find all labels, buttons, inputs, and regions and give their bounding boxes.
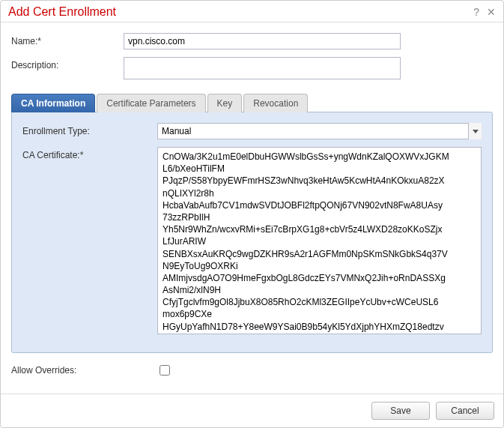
dialog-title: Add Cert Enrollment bbox=[8, 5, 116, 19]
tab-strip: CA Information Certificate Parameters Ke… bbox=[11, 93, 493, 112]
ca-certificate-label: CA Certificate:* bbox=[22, 147, 157, 160]
cancel-button[interactable]: Cancel bbox=[436, 402, 494, 420]
close-icon[interactable]: ✕ bbox=[487, 6, 496, 18]
tab-ca-information[interactable]: CA Information bbox=[11, 94, 95, 112]
name-label: Name:* bbox=[11, 33, 124, 46]
allow-overrides-checkbox[interactable] bbox=[160, 365, 170, 376]
help-icon[interactable]: ? bbox=[473, 6, 479, 18]
row-allow-overrides: Allow Overrides: bbox=[11, 362, 493, 376]
dialog-window-controls: ? ✕ bbox=[473, 6, 496, 18]
description-input[interactable] bbox=[124, 57, 401, 79]
tab-key[interactable]: Key bbox=[207, 94, 243, 112]
row-ca-certificate: CA Certificate:* CnOWa/3K2u1mE0elDbuHGWW… bbox=[22, 147, 482, 334]
tab-panel-ca-information: Enrollment Type: CA Certificate:* CnOWa/… bbox=[11, 112, 493, 353]
ca-certificate-input[interactable]: CnOWa/3K2u1mE0elDbuHGWWslbGsSs+yngWdnKZa… bbox=[157, 147, 482, 334]
enrollment-type-select[interactable] bbox=[157, 123, 482, 139]
enrollment-type-value[interactable] bbox=[157, 123, 482, 139]
tab-revocation[interactable]: Revocation bbox=[243, 94, 308, 112]
dialog-header: Add Cert Enrollment ? ✕ bbox=[1, 1, 503, 22]
enrollment-type-label: Enrollment Type: bbox=[22, 123, 157, 136]
name-input[interactable] bbox=[124, 33, 401, 49]
form-body: Name:* Description: CA Information Certi… bbox=[1, 22, 503, 394]
row-enrollment-type: Enrollment Type: bbox=[22, 123, 482, 139]
tab-certificate-parameters[interactable]: Certificate Parameters bbox=[97, 94, 205, 112]
description-label: Description: bbox=[11, 57, 124, 70]
allow-overrides-label: Allow Overrides: bbox=[11, 362, 160, 376]
save-button[interactable]: Save bbox=[371, 402, 430, 420]
button-bar: Save Cancel bbox=[1, 394, 503, 427]
row-name: Name:* bbox=[11, 33, 493, 49]
row-description: Description: bbox=[11, 57, 493, 79]
